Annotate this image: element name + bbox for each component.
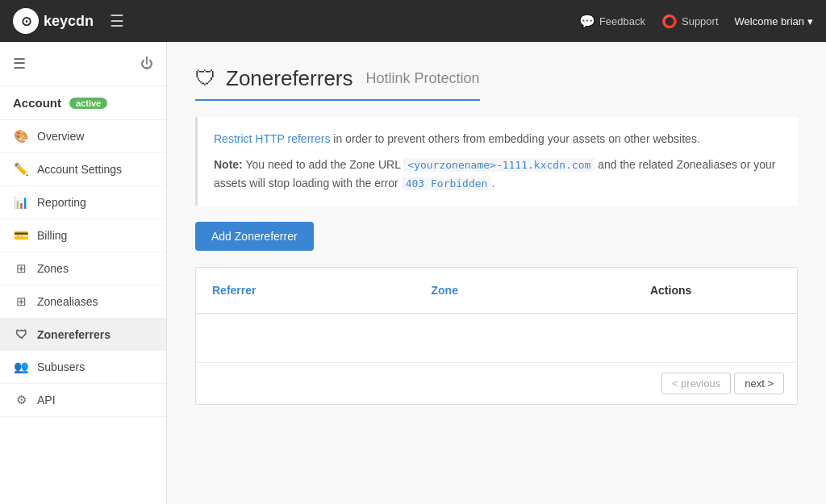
sidebar-item-label-reporting: Reporting bbox=[37, 196, 86, 209]
sidebar-toggle-button[interactable]: ☰ bbox=[13, 55, 26, 73]
col-actions-label: Actions bbox=[650, 284, 691, 297]
nav-toggle-button[interactable]: ☰ bbox=[110, 11, 124, 31]
feedback-label: Feedback bbox=[599, 15, 645, 27]
user-label: Welcome brian bbox=[735, 15, 804, 27]
logo-text: keycdn bbox=[44, 13, 94, 30]
zone-url-code: <yourzonename>-1111.kxcdn.com bbox=[403, 158, 594, 172]
sidebar-item-overview[interactable]: 🎨 Overview bbox=[0, 120, 166, 153]
user-menu[interactable]: Welcome brian ▾ bbox=[735, 15, 813, 27]
page-header: 🛡 Zonereferrers Hotlink Protection bbox=[195, 66, 480, 101]
next-page-button[interactable]: next > bbox=[734, 373, 784, 394]
sidebar-item-label-zonereferrers: Zonereferrers bbox=[37, 328, 111, 341]
info-text-1: in order to prevent others from embeddin… bbox=[330, 132, 699, 145]
reporting-icon: 📊 bbox=[13, 195, 29, 210]
topnav: ⊙ keycdn ☰ 💬 Feedback ⭕ Support Welcome … bbox=[0, 0, 826, 42]
logout-button[interactable]: ⏻ bbox=[140, 56, 153, 71]
account-label: Account bbox=[13, 96, 61, 110]
support-icon: ⭕ bbox=[661, 14, 678, 29]
sidebar-item-zonereferrers[interactable]: 🛡 Zonereferrers bbox=[0, 319, 166, 351]
sidebar-item-label-subusers: Subusers bbox=[37, 360, 85, 373]
subusers-icon: 👥 bbox=[13, 360, 29, 374]
sidebar-item-reporting[interactable]: 📊 Reporting bbox=[0, 186, 166, 219]
info-box: Restrict HTTP referrers in order to prev… bbox=[195, 117, 798, 206]
sidebar-item-label-overview: Overview bbox=[37, 130, 84, 143]
table-col-referrer: Referrer bbox=[196, 277, 415, 303]
page-title: Zonereferrers bbox=[226, 66, 353, 91]
sidebar-item-account-settings[interactable]: ✏️ Account Settings bbox=[0, 153, 166, 186]
sidebar-item-api[interactable]: ⚙ API bbox=[0, 384, 166, 417]
sidebar-topbar: ☰ ⏻ bbox=[0, 42, 166, 86]
account-section: Account active bbox=[0, 86, 166, 120]
sidebar-item-billing[interactable]: 💳 Billing bbox=[0, 219, 166, 252]
sidebar-item-label-api: API bbox=[37, 394, 56, 406]
col-referrer-label: Referrer bbox=[212, 284, 256, 297]
table-pagination: < previous next > bbox=[196, 362, 797, 404]
sidebar-item-label-account-settings: Account Settings bbox=[37, 163, 122, 176]
col-zone-label: Zone bbox=[431, 284, 457, 297]
sidebar: ☰ ⏻ Account active 🎨 Overview ✏️ Account… bbox=[0, 42, 167, 504]
add-zonereferrer-button[interactable]: Add Zonereferrer bbox=[195, 222, 314, 251]
logo[interactable]: ⊙ keycdn bbox=[13, 8, 94, 34]
overview-icon: 🎨 bbox=[13, 129, 29, 144]
table-header: Referrer Zone Actions bbox=[196, 268, 797, 314]
previous-page-button[interactable]: < previous bbox=[661, 373, 731, 394]
topnav-right: 💬 Feedback ⭕ Support Welcome brian ▾ bbox=[579, 14, 813, 29]
zones-icon: ⊞ bbox=[13, 261, 29, 276]
account-status-badge: active bbox=[69, 98, 107, 109]
page-shield-icon: 🛡 bbox=[195, 66, 216, 91]
table-body bbox=[196, 314, 797, 362]
billing-icon: 💳 bbox=[13, 228, 29, 243]
sidebar-item-label-zonealiases: Zonealiases bbox=[37, 295, 98, 308]
zonealiases-icon: ⊞ bbox=[13, 294, 29, 309]
logo-icon: ⊙ bbox=[13, 8, 39, 34]
table-col-zone: Zone bbox=[415, 277, 633, 303]
feedback-icon: 💬 bbox=[579, 14, 595, 29]
sidebar-item-zonealiases[interactable]: ⊞ Zonealiases bbox=[0, 285, 166, 319]
table-col-actions: Actions bbox=[634, 277, 797, 303]
sidebar-item-label-zones: Zones bbox=[37, 262, 69, 275]
layout: ☰ ⏻ Account active 🎨 Overview ✏️ Account… bbox=[0, 42, 826, 504]
account-settings-icon: ✏️ bbox=[13, 162, 29, 177]
api-icon: ⚙ bbox=[13, 393, 29, 407]
info-note-text-1: You need to add the Zone URL bbox=[243, 158, 404, 171]
info-line-2: Note: You need to add the Zone URL <your… bbox=[214, 156, 782, 193]
sidebar-item-subusers[interactable]: 👥 Subusers bbox=[0, 351, 166, 384]
restrict-http-link[interactable]: Restrict HTTP referrers bbox=[214, 132, 330, 145]
zonereferrers-table: Referrer Zone Actions < previous next > bbox=[195, 267, 798, 405]
main-content: 🛡 Zonereferrers Hotlink Protection Restr… bbox=[167, 42, 826, 504]
error-code: 403 Forbidden bbox=[402, 177, 492, 190]
page-subtitle: Hotlink Protection bbox=[366, 70, 480, 87]
zonereferrers-icon: 🛡 bbox=[13, 327, 29, 341]
user-caret-icon: ▾ bbox=[807, 15, 813, 27]
note-label: Note: bbox=[214, 158, 243, 171]
info-note-text-3: . bbox=[491, 177, 494, 190]
sidebar-item-zones[interactable]: ⊞ Zones bbox=[0, 252, 166, 285]
info-line-1: Restrict HTTP referrers in order to prev… bbox=[214, 130, 782, 148]
support-label: Support bbox=[682, 15, 719, 27]
feedback-link[interactable]: 💬 Feedback bbox=[579, 14, 645, 29]
support-link[interactable]: ⭕ Support bbox=[661, 14, 719, 29]
sidebar-item-label-billing: Billing bbox=[37, 229, 67, 242]
